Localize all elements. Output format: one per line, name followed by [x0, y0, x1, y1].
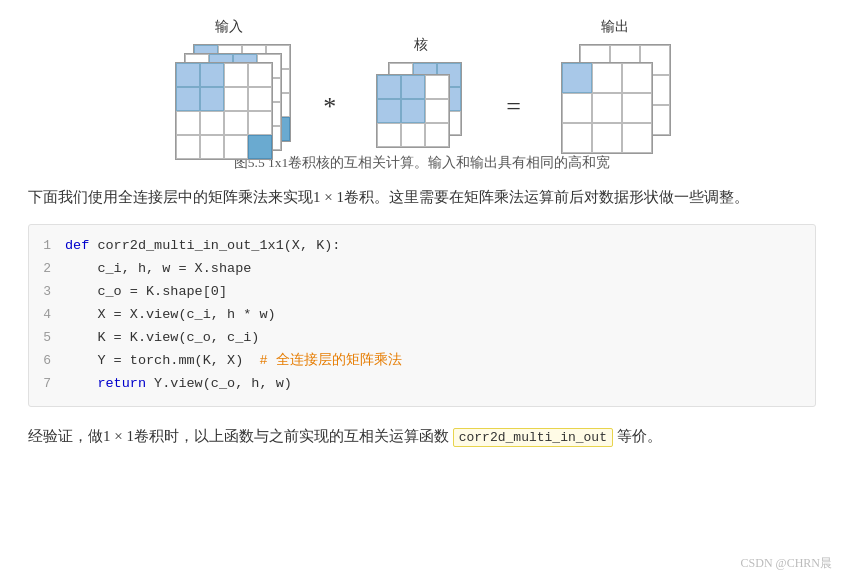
body-text-1: 下面我们使用全连接层中的矩阵乘法来实现1 × 1卷积。这里需要在矩阵乘法运算前后…	[28, 184, 816, 210]
code-line-1: 1 def corr2d_multi_in_out_1x1(X, K):	[29, 235, 815, 258]
code-block: 1 def corr2d_multi_in_out_1x1(X, K): 2 c…	[28, 224, 816, 407]
code-line-4: 4 X = X.view(c_i, h * w)	[29, 304, 815, 327]
code-line-2: 2 c_i, h, w = X.shape	[29, 258, 815, 281]
equals-operator: =	[506, 94, 521, 120]
bottom-text-prefix: 经验证，做1 × 1卷积时，以上函数与之前实现的互相关运算函数	[28, 428, 453, 444]
input-label: 输入	[215, 18, 243, 36]
multiply-operator: *	[323, 94, 336, 120]
watermark: CSDN @CHRN晨	[741, 555, 832, 572]
code-line-3: 3 c_o = K.shape[0]	[29, 281, 815, 304]
inline-code-highlight: corr2d_multi_in_out	[453, 428, 613, 447]
bottom-text-suffix: 等价。	[613, 428, 662, 444]
kernel-label: 核	[414, 36, 428, 54]
output-label: 输出	[601, 18, 629, 36]
code-line-6: 6 Y = torch.mm(K, X) # 全连接层的矩阵乘法	[29, 350, 815, 373]
bottom-text: 经验证，做1 × 1卷积时，以上函数与之前实现的互相关运算函数 corr2d_m…	[28, 423, 816, 450]
diagram-caption: 图5.5 1x1卷积核的互相关计算。输入和输出具有相同的高和宽	[28, 154, 816, 172]
code-line-7: 7 return Y.view(c_o, h, w)	[29, 373, 815, 396]
code-line-5: 5 K = K.view(c_o, c_i)	[29, 327, 815, 350]
